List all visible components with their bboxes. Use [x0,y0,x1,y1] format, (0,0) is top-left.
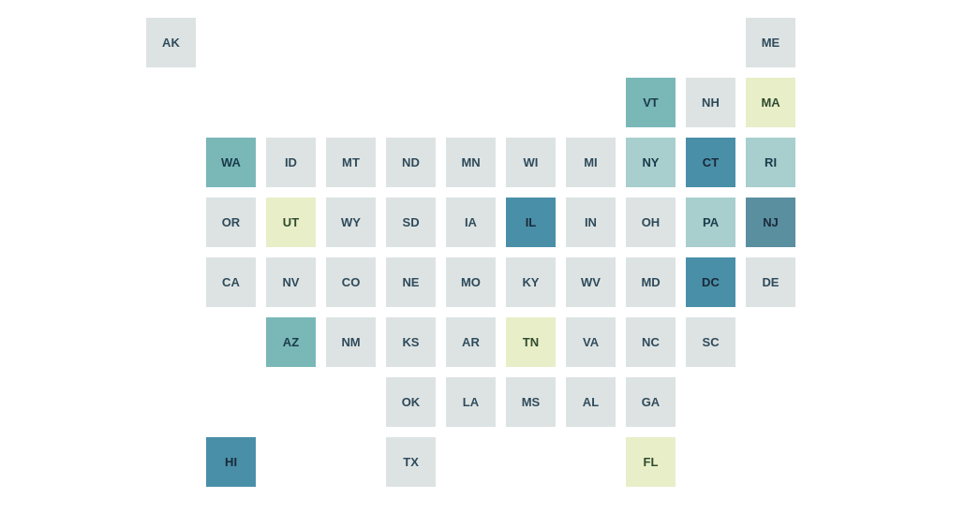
state-ms[interactable]: MS [505,376,557,428]
state-az[interactable]: AZ [265,316,317,368]
state-ar[interactable]: AR [445,316,497,368]
state-vt[interactable]: VT [625,77,676,128]
state-mt[interactable]: MT [325,137,377,188]
state-ia[interactable]: IA [445,197,497,248]
state-mn[interactable]: MN [445,137,497,188]
state-ny[interactable]: NY [625,137,676,188]
state-ky[interactable]: KY [505,256,557,308]
state-ca[interactable]: CA [205,256,257,308]
state-nv[interactable]: NV [265,256,317,308]
state-wv[interactable]: WV [565,256,616,308]
state-ma[interactable]: MA [745,77,796,128]
state-il[interactable]: IL [505,197,557,248]
state-dc[interactable]: DC [685,256,736,308]
state-ut[interactable]: UT [265,197,317,248]
state-ct[interactable]: CT [685,137,736,188]
state-ks[interactable]: KS [385,316,437,368]
state-nm[interactable]: NM [325,316,377,368]
state-nh[interactable]: NH [685,77,736,128]
state-pa[interactable]: PA [685,197,736,248]
state-ak[interactable]: AK [145,17,197,68]
state-nd[interactable]: ND [385,137,437,188]
state-la[interactable]: LA [445,376,497,428]
state-sd[interactable]: SD [385,197,437,248]
state-ne[interactable]: NE [385,256,437,308]
state-mo[interactable]: MO [445,256,497,308]
state-al[interactable]: AL [565,376,616,428]
state-oh[interactable]: OH [625,197,676,248]
state-md[interactable]: MD [625,256,676,308]
state-fl[interactable]: FL [625,436,676,488]
state-wi[interactable]: WI [505,137,557,188]
state-nc[interactable]: NC [625,316,676,368]
state-tn[interactable]: TN [505,316,557,368]
state-nj[interactable]: NJ [745,197,796,248]
state-ga[interactable]: GA [625,376,676,428]
state-de[interactable]: DE [745,256,796,308]
state-in[interactable]: IN [565,197,616,248]
state-mi[interactable]: MI [565,137,616,188]
state-hi[interactable]: HI [205,436,257,488]
state-ok[interactable]: OK [385,376,437,428]
us-map: AKMEVTNHMAWAIDMTNDMNWIMINYCTRIORUTWYSDIA… [0,0,980,513]
state-co[interactable]: CO [325,256,377,308]
state-sc[interactable]: SC [685,316,736,368]
state-tx[interactable]: TX [385,436,437,488]
state-id[interactable]: ID [265,137,317,188]
state-me[interactable]: ME [745,17,796,68]
state-wy[interactable]: WY [325,197,377,248]
state-va[interactable]: VA [565,316,616,368]
state-or[interactable]: OR [205,197,257,248]
state-wa[interactable]: WA [205,137,257,188]
state-ri[interactable]: RI [745,137,796,188]
